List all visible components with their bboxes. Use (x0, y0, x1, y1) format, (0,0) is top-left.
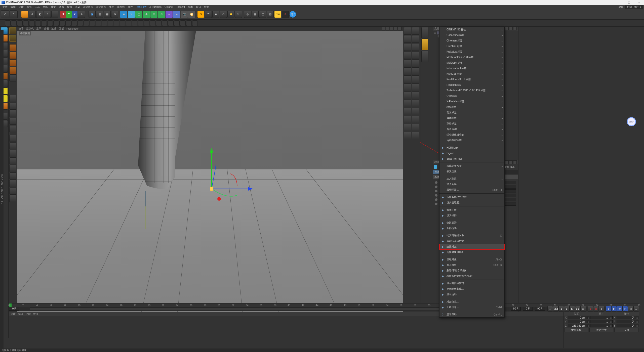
render-pv-button[interactable]: ▩ (104, 11, 111, 18)
menu-脚本[interactable]: 脚本 (186, 5, 194, 9)
sec-tool-16[interactable] (102, 20, 107, 26)
rtool-12-1[interactable] (412, 124, 419, 131)
coord-rot-Y[interactable]: 0° (617, 320, 639, 323)
rtool-13-1[interactable] (412, 132, 419, 139)
rtool-12-0[interactable] (404, 124, 411, 131)
ctx-全部展开[interactable]: ◆全部展开 (439, 220, 504, 226)
ctx-Cineman 标签[interactable]: Cineman 标签▸ (439, 38, 504, 43)
ctx-显示函数曲线...[interactable]: ◆显示函数曲线... (439, 286, 504, 292)
rtool-5-0[interactable] (404, 67, 411, 75)
maximize-button[interactable]: ☐ (624, 0, 634, 5)
add-light-button[interactable] (188, 11, 195, 18)
rtool-4-0[interactable] (404, 59, 411, 67)
quick-render-button[interactable]: QR (289, 11, 296, 18)
perspective-viewport[interactable]: 透视视图 (17, 31, 403, 338)
menu-运动跟踪[interactable]: 运动跟踪 (95, 5, 108, 9)
rtool-2-1[interactable] (412, 43, 419, 51)
sec-tool-12[interactable] (77, 20, 83, 26)
bp-button[interactable]: ⬡ (220, 11, 227, 18)
ctx-NitroBoxTool 标签[interactable]: NitroBoxTool 标签▸ (439, 66, 504, 71)
sec-tool-29[interactable] (180, 20, 186, 26)
coord-rot-X[interactable]: 0° (617, 316, 639, 319)
goto-end-button[interactable]: ⏭ (581, 306, 586, 312)
goto-start-button[interactable]: ⏮ (547, 306, 553, 312)
xp-button-1[interactable]: ▦ (252, 11, 259, 18)
timeline-ruler[interactable]: 0246810121416182022242628303234363840424… (9, 303, 639, 307)
coord-pos-Y[interactable]: 0 cm (568, 320, 590, 323)
om-layout-button[interactable] (513, 27, 517, 30)
coord-size-Z[interactable]: 1 (590, 324, 613, 327)
xp-button-3[interactable]: ▤ (267, 11, 274, 18)
layout-dropdown[interactable]: 启动 (用户) ▾ (625, 5, 643, 9)
xp-button-2[interactable]: ◫ (259, 11, 266, 18)
menu-Redshift[interactable]: Redshift (174, 6, 186, 8)
sec-tool-19[interactable] (120, 20, 125, 26)
vp-menu-面板[interactable]: 面板 (59, 27, 64, 30)
timeline-start-field[interactable]: 0 F (9, 307, 19, 311)
next-frame-button[interactable]: ▶ (570, 306, 575, 312)
rtool-2-0[interactable] (404, 43, 411, 51)
menu-渲染[interactable]: 渲染 (73, 5, 82, 9)
coord-rot-Z[interactable]: 0° (617, 324, 639, 327)
substance-button[interactable]: S (197, 11, 204, 18)
rtool-1-1[interactable] (412, 35, 419, 43)
rtool-3-1[interactable] (412, 51, 419, 59)
ctx-Greebler 标签[interactable]: Greebler 标签▸ (439, 43, 504, 49)
timeline-current-field[interactable]: 0 F (523, 307, 533, 311)
menu-角色[interactable]: 角色 (108, 5, 116, 9)
ctx-删除(不包含子级)[interactable]: ◆删除(不包含子级) (439, 268, 504, 273)
coord-size-X[interactable]: 1 (590, 316, 613, 319)
sec-tool-28[interactable] (174, 20, 180, 26)
rtool-7-0[interactable] (404, 83, 411, 91)
menu-运动图形[interactable]: 运动图形 (82, 5, 95, 9)
render-view-button[interactable]: ▣ (89, 11, 96, 18)
sec-tool-7[interactable] (47, 20, 53, 26)
content-browser-button[interactable]: ☰ (205, 11, 212, 18)
rtool-3-0[interactable] (404, 51, 411, 59)
ctx-群组对象[interactable]: ◆群组对象Alt+G (439, 257, 504, 262)
fill-sel-tool[interactable] (9, 110, 16, 117)
ctx-Snap To Floor[interactable]: ◆Snap To Floor (439, 156, 504, 161)
sculpt-button[interactable]: ⛏ (235, 11, 242, 18)
ctx-场次管理器...[interactable]: ◆场次管理器... (439, 200, 504, 205)
menu-X-Particles[interactable]: X-Particles (148, 6, 163, 8)
menu-帮助[interactable]: 帮助 (203, 5, 211, 9)
ctx-脚本标签[interactable]: 脚本标签▸ (439, 115, 504, 121)
autokey-button[interactable]: ◉ (593, 306, 599, 312)
misc-tool[interactable] (9, 195, 16, 202)
keysel-button[interactable]: ◈ (599, 306, 604, 312)
rtool-1-0[interactable] (404, 35, 411, 43)
weld-tool[interactable] (9, 135, 16, 142)
prev-key-button[interactable]: ◀◀ (553, 306, 558, 312)
recent-tool[interactable] (51, 11, 58, 18)
bridge-tool[interactable] (9, 59, 16, 66)
sec-tool-18[interactable] (114, 20, 119, 26)
coord-apply-button[interactable]: 应用 (614, 328, 638, 332)
ctx-选择子级[interactable]: ◆选择子级 (439, 207, 504, 213)
mat-menu-功能[interactable]: 功能 (26, 312, 31, 316)
om-menu-文件[interactable]: 文件 (434, 27, 439, 30)
om-filter-button[interactable] (505, 27, 509, 30)
ctx-转为可编辑对象[interactable]: ◆转为可编辑对象C (439, 233, 504, 238)
vp-menu-选项[interactable]: 选项 (44, 27, 49, 30)
ctx-层管理器...[interactable]: 层管理器...Shift+F4 (439, 187, 504, 193)
om-eye-button[interactable] (509, 27, 513, 30)
add-generator-button[interactable]: ⬢ (143, 11, 150, 18)
scale-tool[interactable]: ◧ (36, 11, 43, 18)
mat-menu-纹理[interactable]: 纹理 (33, 312, 38, 316)
vp-nav-2-button[interactable] (386, 27, 389, 30)
timeline-track[interactable]: 0 F 90 F 0 F 90 F ⏮ ◀◀ ◀ ▶ ▶ ▶▶ ⏭ ● ◉ ◈ … (9, 307, 639, 311)
undo-button[interactable]: ↶ (1, 10, 9, 18)
ctx-CINEMA 4D 标签[interactable]: CINEMA 4D 标签▸ (439, 27, 504, 32)
sec-tool-14[interactable] (90, 20, 95, 26)
ctx-HDRI Link[interactable]: ◆HDRI Link (439, 145, 504, 150)
move-tool[interactable]: ✥ (29, 11, 36, 18)
melt-tool[interactable] (9, 157, 16, 164)
vp-menu-过滤[interactable]: 过滤 (51, 27, 56, 30)
rtool-0-0[interactable] (404, 27, 411, 35)
coord-pos-X[interactable]: 0 cm (568, 316, 590, 319)
slidepoly-tool[interactable] (9, 172, 16, 180)
stitch-tool[interactable] (9, 142, 16, 149)
rtool-5-1[interactable] (412, 67, 419, 75)
rtool-10-1[interactable] (412, 108, 419, 115)
